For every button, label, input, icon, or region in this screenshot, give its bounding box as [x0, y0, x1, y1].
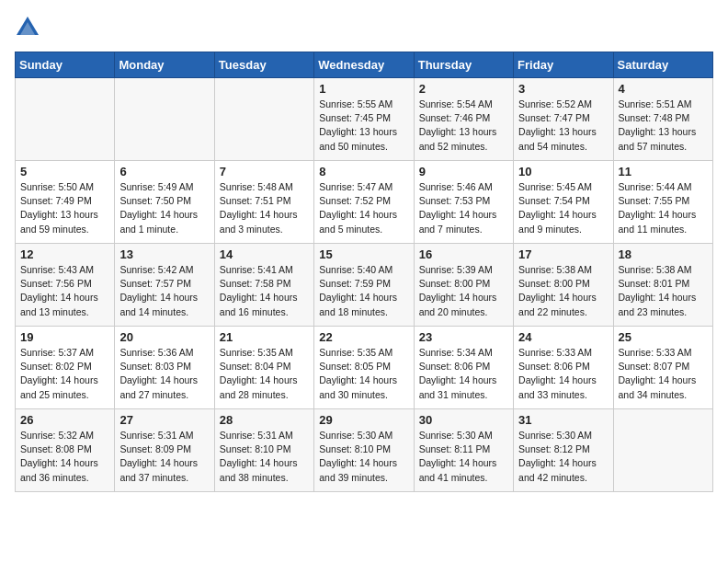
calendar-cell: 8Sunrise: 5:47 AMSunset: 7:52 PMDaylight…: [314, 161, 414, 244]
daylight-text: Daylight: 13 hours and 52 minutes.: [419, 126, 497, 151]
sunrise-text: Sunrise: 5:33 AM: [619, 347, 692, 358]
sunset-text: Sunset: 7:49 PM: [20, 195, 92, 206]
day-number: 7: [220, 165, 309, 178]
day-info: Sunrise: 5:52 AMSunset: 7:47 PMDaylight:…: [518, 98, 608, 154]
calendar-header: SundayMondayTuesdayWednesdayThursdayFrid…: [16, 52, 713, 78]
day-number: 5: [20, 165, 109, 178]
daylight-text: Daylight: 13 hours and 54 minutes.: [518, 126, 597, 151]
daylight-text: Daylight: 14 hours and 28 minutes.: [220, 374, 298, 399]
sunrise-text: Sunrise: 5:42 AM: [119, 264, 193, 275]
sunset-text: Sunset: 8:10 PM: [319, 443, 391, 454]
calendar-cell: 29Sunrise: 5:30 AMSunset: 8:10 PMDayligh…: [314, 409, 414, 492]
weekday-header-friday: Friday: [514, 52, 613, 78]
calendar-cell: 30Sunrise: 5:30 AMSunset: 8:11 PMDayligh…: [414, 409, 513, 492]
calendar-cell: 27Sunrise: 5:31 AMSunset: 8:09 PMDayligh…: [115, 409, 214, 492]
day-info: Sunrise: 5:50 AMSunset: 7:49 PMDaylight:…: [20, 180, 109, 236]
sunrise-text: Sunrise: 5:41 AM: [220, 264, 293, 275]
day-info: Sunrise: 5:34 AMSunset: 8:06 PMDaylight:…: [419, 346, 508, 402]
calendar-cell: 22Sunrise: 5:35 AMSunset: 8:05 PMDayligh…: [314, 327, 414, 409]
day-number: 25: [619, 330, 708, 344]
calendar-cell: 10Sunrise: 5:45 AMSunset: 7:54 PMDayligh…: [514, 161, 613, 244]
sunrise-text: Sunrise: 5:38 AM: [518, 264, 592, 275]
calendar-cell: 2Sunrise: 5:54 AMSunset: 7:46 PMDaylight…: [414, 78, 513, 161]
sunset-text: Sunset: 8:07 PM: [619, 361, 690, 372]
day-number: 24: [518, 330, 608, 344]
sunrise-text: Sunrise: 5:33 AM: [518, 347, 592, 358]
day-number: 31: [518, 413, 608, 427]
daylight-text: Daylight: 14 hours and 1 minute.: [119, 209, 198, 234]
day-number: 4: [619, 82, 708, 96]
sunrise-text: Sunrise: 5:55 AM: [319, 98, 392, 109]
calendar-cell: 7Sunrise: 5:48 AMSunset: 7:51 PMDaylight…: [214, 161, 313, 244]
day-number: 8: [319, 165, 408, 178]
day-number: 17: [518, 247, 608, 261]
day-number: 18: [619, 247, 708, 261]
sunrise-text: Sunrise: 5:30 AM: [419, 430, 493, 441]
day-info: Sunrise: 5:40 AMSunset: 7:59 PMDaylight:…: [319, 263, 408, 319]
calendar-week-row: 19Sunrise: 5:37 AMSunset: 8:02 PMDayligh…: [16, 327, 713, 409]
daylight-text: Daylight: 14 hours and 41 minutes.: [419, 457, 497, 482]
sunset-text: Sunset: 8:06 PM: [419, 361, 491, 372]
day-number: 13: [119, 247, 209, 261]
calendar-cell: 15Sunrise: 5:40 AMSunset: 7:59 PMDayligh…: [314, 244, 414, 327]
day-number: 26: [20, 413, 109, 427]
sunset-text: Sunset: 8:03 PM: [119, 361, 191, 372]
calendar-week-row: 12Sunrise: 5:43 AMSunset: 7:56 PMDayligh…: [16, 244, 713, 327]
day-info: Sunrise: 5:54 AMSunset: 7:46 PMDaylight:…: [419, 98, 508, 154]
day-number: 2: [419, 82, 508, 96]
calendar-cell: 9Sunrise: 5:46 AMSunset: 7:53 PMDaylight…: [414, 161, 513, 244]
day-number: 27: [119, 413, 209, 427]
calendar-cell: 11Sunrise: 5:44 AMSunset: 7:55 PMDayligh…: [613, 161, 712, 244]
day-number: 30: [419, 413, 508, 427]
weekday-header-saturday: Saturday: [613, 52, 712, 78]
sunrise-text: Sunrise: 5:47 AM: [319, 181, 392, 192]
calendar-cell: 13Sunrise: 5:42 AMSunset: 7:57 PMDayligh…: [115, 244, 214, 327]
daylight-text: Daylight: 14 hours and 34 minutes.: [619, 374, 697, 399]
daylight-text: Daylight: 14 hours and 33 minutes.: [518, 374, 597, 399]
calendar-cell: 24Sunrise: 5:33 AMSunset: 8:06 PMDayligh…: [514, 327, 613, 409]
day-info: Sunrise: 5:55 AMSunset: 7:45 PMDaylight:…: [319, 98, 408, 154]
page-header: [15, 15, 713, 40]
sunset-text: Sunset: 7:56 PM: [20, 278, 92, 289]
sunrise-text: Sunrise: 5:39 AM: [419, 264, 493, 275]
daylight-text: Daylight: 14 hours and 30 minutes.: [319, 374, 397, 399]
daylight-text: Daylight: 14 hours and 13 minutes.: [20, 292, 98, 316]
weekday-header-sunday: Sunday: [16, 52, 115, 78]
day-number: 21: [220, 330, 309, 344]
day-info: Sunrise: 5:31 AMSunset: 8:09 PMDaylight:…: [119, 429, 209, 485]
sunrise-text: Sunrise: 5:31 AM: [119, 430, 193, 441]
sunset-text: Sunset: 8:00 PM: [419, 278, 491, 289]
calendar-cell: 26Sunrise: 5:32 AMSunset: 8:08 PMDayligh…: [16, 409, 115, 492]
sunrise-text: Sunrise: 5:48 AM: [220, 181, 293, 192]
day-number: 6: [119, 165, 209, 178]
day-number: 11: [619, 165, 708, 178]
calendar-cell: [16, 78, 115, 161]
day-number: 3: [518, 82, 608, 96]
daylight-text: Daylight: 14 hours and 37 minutes.: [119, 457, 198, 482]
day-info: Sunrise: 5:44 AMSunset: 7:55 PMDaylight:…: [619, 180, 708, 236]
sunrise-text: Sunrise: 5:34 AM: [419, 347, 493, 358]
day-info: Sunrise: 5:37 AMSunset: 8:02 PMDaylight:…: [20, 346, 109, 402]
sunrise-text: Sunrise: 5:46 AM: [419, 181, 493, 192]
sunset-text: Sunset: 7:54 PM: [518, 195, 590, 206]
sunrise-text: Sunrise: 5:36 AM: [119, 347, 193, 358]
day-number: 23: [419, 330, 508, 344]
daylight-text: Daylight: 14 hours and 31 minutes.: [419, 374, 497, 399]
calendar-cell: [613, 409, 712, 492]
sunset-text: Sunset: 7:58 PM: [220, 278, 291, 289]
day-number: 29: [319, 413, 408, 427]
calendar-table: SundayMondayTuesdayWednesdayThursdayFrid…: [15, 52, 713, 492]
daylight-text: Daylight: 14 hours and 20 minutes.: [419, 292, 497, 316]
day-info: Sunrise: 5:41 AMSunset: 7:58 PMDaylight:…: [220, 263, 309, 319]
sunset-text: Sunset: 7:46 PM: [419, 112, 491, 123]
sunset-text: Sunset: 8:04 PM: [220, 361, 291, 372]
sunset-text: Sunset: 7:59 PM: [319, 278, 391, 289]
day-info: Sunrise: 5:30 AMSunset: 8:10 PMDaylight:…: [319, 429, 408, 485]
sunset-text: Sunset: 8:01 PM: [619, 278, 690, 289]
weekday-header-tuesday: Tuesday: [214, 52, 313, 78]
day-info: Sunrise: 5:38 AMSunset: 8:01 PMDaylight:…: [619, 263, 708, 319]
day-info: Sunrise: 5:48 AMSunset: 7:51 PMDaylight:…: [220, 180, 309, 236]
calendar-cell: 5Sunrise: 5:50 AMSunset: 7:49 PMDaylight…: [16, 161, 115, 244]
day-info: Sunrise: 5:36 AMSunset: 8:03 PMDaylight:…: [119, 346, 209, 402]
calendar-week-row: 5Sunrise: 5:50 AMSunset: 7:49 PMDaylight…: [16, 161, 713, 244]
